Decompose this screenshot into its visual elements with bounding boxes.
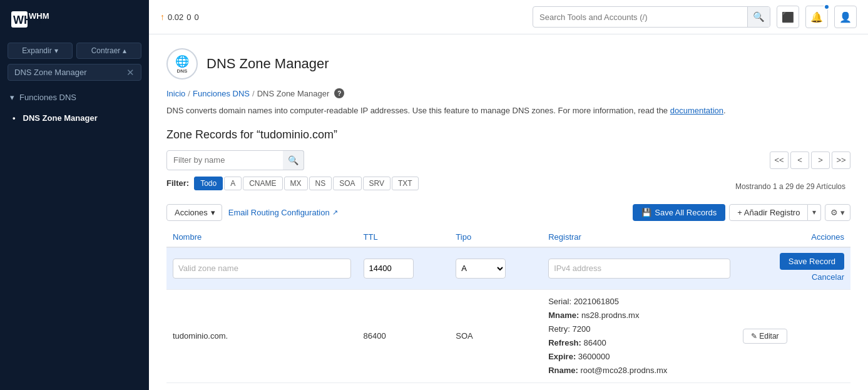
actions-right: 💾 Save All Records + Añadir Registro ▾ ⚙… <box>633 204 850 221</box>
search-box: 🔍 <box>533 6 770 28</box>
expire-label: Expire: <box>548 352 576 361</box>
dns-table: Nombre TTL Tipo Registrar Acciones <box>166 227 850 384</box>
pagination-last[interactable]: >> <box>832 151 850 169</box>
nav-section: ▾ Funciones DNS DNS Zone Manager <box>0 87 149 128</box>
new-tipo-select[interactable]: A AAAA CNAME MX NS SOA SRV TXT <box>456 259 506 279</box>
new-ttl-cell <box>357 247 450 290</box>
new-record-row: A AAAA CNAME MX NS SOA SRV TXT <box>166 247 850 290</box>
expire-value: 3600000 <box>578 352 610 361</box>
breadcrumb: Inicio / Funciones DNS / DNS Zone Manage… <box>166 88 850 98</box>
svg-text:WHM: WHM <box>29 11 49 21</box>
close-tag-icon[interactable]: ✕ <box>126 68 135 77</box>
new-registrar-cell <box>542 247 737 290</box>
email-routing-link[interactable]: Email Routing Configuration ↗ <box>228 208 338 217</box>
soa-tipo-cell: SOA <box>449 289 542 383</box>
pagination-prev[interactable]: < <box>790 151 809 169</box>
filter-label: Filter: <box>166 178 189 188</box>
retry-value: 7200 <box>572 324 590 334</box>
type-btn-mx[interactable]: MX <box>284 177 308 190</box>
type-btn-todo[interactable]: Todo <box>194 177 223 190</box>
save-icon: 💾 <box>641 208 651 217</box>
topbar-right: 🔍 ⬛ 🔔 👤 <box>533 6 857 28</box>
documentation-link[interactable]: documentation <box>670 106 723 115</box>
type-btn-ns[interactable]: NS <box>309 177 332 190</box>
main-content: ↑ 0.02 0 0 🔍 ⬛ 🔔 👤 🌐 DNS <box>149 0 868 390</box>
breadcrumb-current: DNS Zone Manager <box>257 89 330 98</box>
dns-icon: 🌐 DNS <box>166 48 198 80</box>
sidebar-controls: Expandir ▾ Contraer ▴ <box>0 38 149 64</box>
showing-label: Mostrando 1 a 29 de 29 Artículos <box>735 182 845 191</box>
monitor-icon-btn[interactable]: ⬛ <box>777 6 799 28</box>
editar-button[interactable]: ✎ Editar <box>743 329 787 344</box>
chevron-down-icon: ▾ <box>211 208 215 217</box>
type-btn-soa[interactable]: SOA <box>333 177 361 190</box>
page-description: DNS converts domain names into computer-… <box>166 105 850 117</box>
chevron-down-icon: ▾ <box>10 93 14 102</box>
user-profile-button[interactable]: 👤 <box>834 6 857 28</box>
nav-group-funciones-dns[interactable]: ▾ Funciones DNS <box>0 87 149 108</box>
search-button[interactable]: 🔍 <box>747 6 770 28</box>
soa-actions-cell: ✎ Editar <box>737 289 850 383</box>
sidebar-item-dns-zone-manager[interactable]: DNS Zone Manager <box>0 108 149 128</box>
actions-bar: Acciones ▾ Email Routing Configuration ↗… <box>166 204 850 221</box>
notification-badge <box>824 4 830 10</box>
pagination-next[interactable]: > <box>811 151 830 169</box>
topbar: ↑ 0.02 0 0 🔍 ⬛ 🔔 👤 <box>149 0 868 34</box>
server-load: ↑ 0.02 0 0 <box>160 12 199 22</box>
search-input[interactable] <box>533 13 747 22</box>
add-registro-button[interactable]: + Añadir Registro <box>729 204 808 221</box>
type-btn-cname[interactable]: CNAME <box>243 177 282 190</box>
pagination-first[interactable]: << <box>770 151 789 169</box>
search-tag-dns-zone[interactable]: DNS Zone Manager ✕ <box>8 64 141 81</box>
rname-label: Rname: <box>548 366 578 375</box>
load-arrow-icon: ↑ <box>160 12 165 22</box>
new-record-actions-cell: Save Record Cancelar <box>737 247 850 290</box>
new-ttl-input[interactable] <box>364 259 414 279</box>
retry-label: Retry: <box>548 324 570 334</box>
rname-value: root@mco28.prodns.mx <box>580 366 667 375</box>
new-tipo-cell: A AAAA CNAME MX NS SOA SRV TXT <box>449 247 542 290</box>
page-title: DNS Zone Manager <box>207 56 329 72</box>
filter-wrap: 🔍 <box>166 150 304 170</box>
breadcrumb-inicio[interactable]: Inicio <box>166 89 185 98</box>
load-value: 0.02 <box>168 13 183 22</box>
col-nombre: Nombre <box>166 227 357 247</box>
type-btn-a[interactable]: A <box>224 177 242 190</box>
filter-search-button[interactable]: 🔍 <box>283 150 304 170</box>
serial-value: 2021061805 <box>574 297 619 306</box>
new-nombre-cell <box>166 247 357 290</box>
gear-btn-group: ⚙ ▾ <box>825 204 850 221</box>
refresh-value: 86400 <box>584 338 606 347</box>
sidebar: WHM WHM Expandir ▾ Contraer ▴ DNS Zone M… <box>0 0 149 390</box>
col-registrar: Registrar <box>542 227 737 247</box>
type-btn-txt[interactable]: TXT <box>392 177 419 190</box>
soa-registrar-cell: Serial: 2021061805 Mname: ns28.prodns.mx… <box>542 289 737 383</box>
new-registrar-input[interactable] <box>548 259 730 279</box>
add-registro-group: + Añadir Registro ▾ <box>729 204 821 221</box>
actions-left: Acciones ▾ Email Routing Configuration ↗ <box>166 204 338 221</box>
type-filters: Filter: Todo A CNAME MX NS SOA SRV TXT <box>166 177 419 190</box>
zone-title: Zone Records for “tudominio.com” <box>166 128 850 141</box>
topbar-left: ↑ 0.02 0 0 <box>160 12 199 22</box>
col-tipo: Tipo <box>449 227 542 247</box>
save-all-records-button[interactable]: 💾 Save All Records <box>633 204 725 221</box>
save-record-button[interactable]: Save Record <box>780 253 844 270</box>
page-header: 🌐 DNS DNS Zone Manager <box>166 48 850 80</box>
col-ttl: TTL <box>357 227 450 247</box>
breadcrumb-funciones-dns[interactable]: Funciones DNS <box>193 89 250 98</box>
acciones-button[interactable]: Acciones ▾ <box>166 204 222 221</box>
collapse-button[interactable]: Contraer ▴ <box>76 43 141 59</box>
notifications-button[interactable]: 🔔 <box>805 6 828 28</box>
refresh-label: Refresh: <box>548 338 581 347</box>
external-link-icon: ↗ <box>332 208 338 217</box>
cancelar-button[interactable]: Cancelar <box>812 270 844 284</box>
col-acciones: Acciones <box>737 227 850 247</box>
soa-ttl-cell: 86400 <box>357 289 450 383</box>
gear-settings-button[interactable]: ⚙ ▾ <box>825 204 850 221</box>
help-icon[interactable]: ? <box>334 88 344 98</box>
add-registro-dropdown-button[interactable]: ▾ <box>808 204 821 221</box>
new-nombre-input[interactable] <box>173 259 351 279</box>
table-row: tudominio.com. 86400 SOA Serial: 2021061… <box>166 289 850 383</box>
expand-button[interactable]: Expandir ▾ <box>8 43 73 59</box>
type-btn-srv[interactable]: SRV <box>363 177 391 190</box>
